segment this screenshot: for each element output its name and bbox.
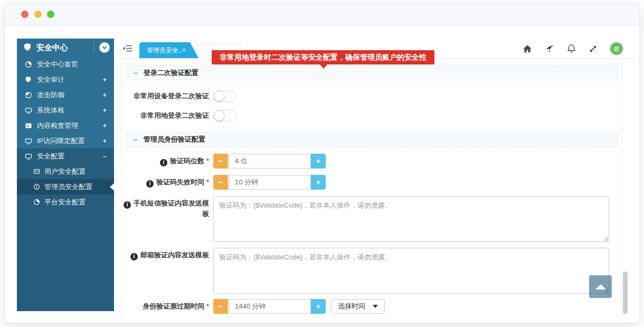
decrement-button[interactable]: − — [213, 154, 228, 169]
email-template-textarea[interactable] — [213, 248, 609, 294]
ticket-expire-input[interactable] — [229, 299, 311, 314]
monitor-icon — [24, 153, 32, 160]
target-shield-icon — [33, 199, 40, 205]
required-mark: * — [206, 178, 209, 186]
arrow-up-icon — [595, 284, 606, 289]
required-mark: * — [206, 302, 209, 310]
zoom-window-button[interactable] — [47, 11, 54, 18]
field-label: 非常用地登录二次验证 — [121, 110, 209, 122]
shield-icon — [24, 76, 32, 83]
field-ticket-expire: 身份验证票过期时间* − + 选择时间 — [121, 299, 621, 314]
select-time-dropdown[interactable]: 选择时间 — [331, 299, 385, 314]
target-shield-icon — [24, 91, 32, 99]
sidebar-group-security-config: 安全配置 – 用户安全配置 管理员安全配置 平台安全配置 — [17, 148, 114, 311]
toggle-row-unusual-location: 非常用地登录二次验证 — [121, 110, 621, 122]
toggle-knob — [214, 110, 224, 121]
sidebar-subitem-user-security[interactable]: 用户安全配置 — [17, 164, 114, 179]
increment-button[interactable]: + — [311, 154, 326, 169]
sidebar-item-security-audit[interactable]: 安全审计 + — [17, 72, 114, 87]
field-sms-template: i手机短信验证内容发送模板 — [121, 196, 621, 242]
user-avatar[interactable]: 超 — [610, 42, 623, 55]
shield-icon — [23, 43, 32, 53]
sidebar-header: 安全中心 — [17, 39, 114, 57]
section-header-admin-identity[interactable]: – 管理员身份验证配置 — [127, 132, 618, 147]
bell-icon[interactable] — [567, 44, 576, 53]
info-icon: i — [130, 253, 138, 260]
field-label: 身份验证票过期时间 — [143, 302, 204, 310]
titlebar — [5, 4, 639, 26]
code-expire-stepper: − + — [213, 175, 326, 190]
increment-button[interactable]: + — [311, 299, 326, 314]
close-tab-icon[interactable]: × — [182, 42, 186, 58]
increment-button[interactable]: + — [311, 175, 326, 190]
caret-down-icon — [373, 305, 378, 308]
code-digits-input[interactable] — [229, 154, 311, 169]
decrement-button[interactable]: − — [213, 175, 228, 190]
section-title: 登录二次验证配置 — [144, 68, 198, 78]
info-icon: i — [146, 180, 154, 188]
field-label: 邮箱验证内容发送模板 — [140, 251, 209, 259]
ticket-expire-stepper: − + — [213, 299, 326, 314]
chevron-down-icon — [102, 45, 107, 50]
sidebar-item-system-check[interactable]: 系统体检 + — [17, 102, 114, 118]
sidebar-item-attack-defense[interactable]: 攻击防御 + — [17, 87, 114, 102]
section-title: 管理员身份验证配置 — [144, 135, 205, 144]
collapse-section-icon[interactable]: – — [134, 135, 138, 144]
sidebar-collapse-button[interactable] — [99, 42, 110, 53]
active-item-notch — [110, 183, 114, 191]
back-to-top-button[interactable] — [589, 275, 612, 298]
toggle-row-unusual-device: 非常用设备登录二次验证 — [121, 90, 621, 102]
unusual-location-2fa-toggle[interactable] — [213, 110, 236, 122]
user-card-icon — [33, 168, 40, 175]
close-window-button[interactable] — [21, 11, 29, 18]
divider — [93, 42, 94, 53]
divider — [138, 41, 139, 56]
field-label: 手机短信验证内容发送模板 — [134, 199, 209, 218]
tooltip-arrow — [320, 64, 327, 69]
decrement-button[interactable]: − — [213, 299, 228, 314]
sidebar: 安全中心 安全中心首页 安全审计 + 攻击防御 + — [17, 39, 114, 311]
sidebar-item-security-config[interactable]: 安全配置 – — [17, 148, 114, 164]
section-header-login-2fa[interactable]: – 登录二次验证配置 — [127, 66, 618, 80]
code-digits-stepper: − + — [213, 154, 326, 169]
info-circle-icon — [33, 183, 40, 190]
tab-admin-security[interactable]: 管理员安全.. × — [139, 42, 198, 58]
bird-icon[interactable] — [545, 44, 554, 53]
toggle-knob — [214, 91, 224, 101]
field-code-digits: i验证码位数* − + — [121, 154, 621, 169]
field-label: 非常用设备登录二次验证 — [121, 90, 209, 102]
info-icon: i — [160, 159, 167, 166]
sidebar-subitem-admin-security[interactable]: 管理员安全配置 — [17, 179, 114, 194]
fullscreen-icon[interactable] — [589, 44, 598, 53]
field-code-expire: i验证码失效时间* − + — [121, 175, 621, 190]
target-shield-icon — [24, 61, 32, 68]
field-label: 验证码位数 — [170, 157, 204, 165]
collapse-sidebar-icon[interactable] — [122, 44, 132, 54]
collapse-section-icon[interactable]: – — [134, 69, 138, 77]
monitor-icon — [24, 137, 32, 145]
app-window: 安全中心 安全中心首页 安全审计 + 攻击防御 + — [4, 3, 640, 323]
unusual-device-2fa-toggle[interactable] — [213, 90, 236, 102]
sidebar-title: 安全中心 — [36, 43, 93, 53]
sidebar-item-ip-restriction[interactable]: IP访问限定配置 + — [17, 133, 114, 148]
scrollbar-thumb[interactable] — [623, 272, 628, 314]
info-icon: i — [124, 201, 131, 209]
field-email-template: i邮箱验证内容发送模板 — [121, 248, 621, 294]
tooltip-callout: 非常用地登录时二次验证等安全配置，确保管理员账户的安全性 — [212, 50, 434, 64]
field-label: 验证码失效时间 — [156, 178, 204, 186]
minimize-window-button[interactable] — [34, 11, 42, 18]
sms-template-textarea[interactable] — [213, 196, 609, 242]
content-panel: – 登录二次验证配置 非常用设备登录二次验证 非常用地登录二次验证 – 管理员身… — [121, 59, 622, 321]
sidebar-subitem-platform-security[interactable]: 平台安全配置 — [17, 194, 114, 210]
sidebar-item-content-inspection[interactable]: 内容检查管理 + — [17, 118, 114, 133]
required-mark: * — [206, 157, 209, 165]
sidebar-item-security-home[interactable]: 安全中心首页 — [17, 57, 114, 72]
topbar-icons: 超 — [523, 39, 623, 59]
monitor-icon — [24, 107, 32, 114]
code-expire-input[interactable] — [229, 175, 311, 190]
home-icon[interactable] — [523, 44, 532, 53]
document-card-icon — [24, 122, 32, 129]
